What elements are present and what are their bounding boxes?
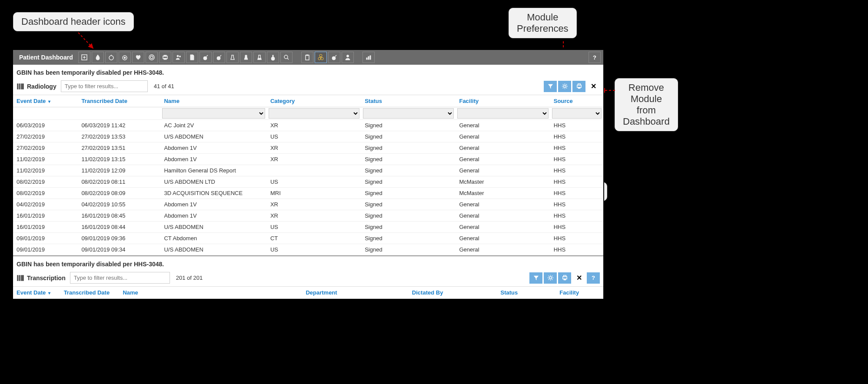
toolbar-magnify-icon[interactable] (280, 52, 293, 63)
cell-event: 04/02/2019 (13, 199, 78, 210)
table-row[interactable]: 11/02/201911/02/2019 12:09Hamilton Gener… (13, 165, 603, 176)
svg-rect-40 (17, 83, 18, 89)
cell-src: HHS (550, 142, 603, 154)
svg-point-36 (346, 55, 349, 57)
toolbar-flask1-icon[interactable] (226, 52, 239, 63)
tcol-event-date[interactable]: Event Date▾ (13, 287, 60, 299)
radiology-module: GBIN has been temporarily disabled per H… (13, 65, 603, 255)
toolbar-hospital-icon[interactable] (78, 52, 90, 63)
cell-trans: 11/02/2019 12:09 (78, 165, 160, 176)
filter-source-select[interactable] (552, 108, 602, 119)
cell-name: U/S ABDOMEN (160, 222, 266, 233)
table-row[interactable]: 08/02/201908/02/2019 08:11U/S ABDOMEN LT… (13, 176, 603, 188)
table-row[interactable]: 16/01/201916/01/2019 08:45Abdomen 1VXRSi… (13, 210, 603, 222)
cell-trans: 11/02/2019 13:15 (78, 154, 160, 165)
cell-fac: General (456, 131, 550, 142)
col-transcribed-date[interactable]: Transcribed Date (78, 95, 160, 107)
transcription-clear-filter-button[interactable] (529, 272, 542, 284)
col-facility[interactable]: Facility (456, 95, 550, 107)
toolbar-drop2-icon[interactable] (119, 52, 131, 63)
cell-name: CT Abdomen (160, 233, 266, 244)
toolbar-bomb1-icon[interactable] (200, 52, 212, 63)
tcol-name[interactable]: Name (119, 287, 302, 299)
toolbar-people-icon[interactable] (173, 52, 185, 63)
tcol-dictated-by[interactable]: Dictated By (409, 287, 497, 299)
toolbar-file-icon[interactable] (186, 52, 198, 63)
toolbar-flask2-icon[interactable] (240, 52, 252, 63)
table-row[interactable]: 06/03/201906/03/2019 11:42AC Joint 2VXRS… (13, 120, 603, 131)
toolbar-flame-icon[interactable] (92, 52, 104, 63)
svg-rect-48 (19, 275, 20, 281)
app-frame: Patient Dashboard ? (12, 49, 604, 300)
transcription-prefs-button[interactable] (544, 272, 557, 284)
toolbar-bomb3-icon[interactable] (328, 52, 340, 63)
svg-point-13 (150, 56, 153, 59)
cell-src: HHS (550, 131, 603, 142)
transcription-filter-input[interactable] (70, 272, 170, 284)
filter-category-select[interactable] (269, 108, 359, 119)
table-row[interactable]: 11/02/201911/02/2019 13:15Abdomen 1VXRSi… (13, 154, 603, 165)
toolbar-chart-icon[interactable] (362, 52, 375, 63)
cell-trans: 27/02/2019 13:53 (78, 131, 160, 142)
table-row[interactable]: 27/02/201927/02/2019 13:53U/S ABDOMENUSS… (13, 131, 603, 142)
transcription-print-button[interactable] (558, 272, 571, 284)
toolbar-heart-icon[interactable] (132, 52, 144, 63)
cell-fac: General (456, 165, 550, 176)
callout-header-icons: Dashboard header icons (13, 12, 134, 31)
toolbar-person-icon[interactable] (342, 52, 354, 63)
svg-point-9 (109, 56, 113, 60)
cell-cat: CT (267, 233, 361, 244)
col-category[interactable]: Category (267, 95, 361, 107)
cell-trans: 16/01/2019 08:45 (78, 210, 160, 222)
tcol-transcribed-date[interactable]: Transcribed Date (60, 287, 120, 299)
radiology-module-head: Radiology 41 of 41 ✕ (13, 79, 603, 95)
svg-point-18 (179, 56, 180, 57)
tcol-department[interactable]: Department (302, 287, 408, 299)
table-row[interactable]: 09/01/201909/01/2019 09:34U/S ABDOMENUSS… (13, 244, 603, 255)
callout-remove-module: Remove Module from Dashboard (615, 78, 678, 131)
cell-cat: XR (267, 120, 361, 131)
transcription-help-button[interactable]: ? (587, 272, 600, 284)
toolbar-print-icon[interactable] (159, 52, 171, 63)
filter-name-select[interactable] (162, 108, 265, 119)
filter-status-select[interactable] (363, 108, 454, 119)
toolbar-biohazard-icon[interactable] (315, 52, 327, 63)
toolbar-clipboard-icon[interactable] (301, 52, 313, 63)
table-row[interactable]: 08/02/201908/02/2019 08:093D ACQUISITION… (13, 188, 603, 199)
filter-facility-select[interactable] (457, 108, 548, 119)
tcol-facility[interactable]: Facility (556, 287, 603, 299)
col-event-date[interactable]: Event Date▾ (13, 95, 78, 107)
header-help-button[interactable]: ? (589, 52, 601, 63)
col-status[interactable]: Status (361, 95, 456, 107)
col-source[interactable]: Source (550, 95, 603, 107)
cell-trans: 16/01/2019 08:44 (78, 222, 160, 233)
col-name[interactable]: Name (160, 95, 266, 107)
toolbar-flask3-icon[interactable] (253, 52, 266, 63)
table-row[interactable]: 04/02/201904/02/2019 10:55Abdomen 1VXRSi… (13, 199, 603, 210)
cell-trans: 08/02/2019 08:11 (78, 176, 160, 188)
cell-name: U/S ABDOMEN (160, 131, 266, 142)
toolbar-drop1-icon[interactable] (105, 52, 117, 63)
toolbar-flask4-icon[interactable] (267, 52, 279, 63)
radiology-prefs-button[interactable] (558, 81, 571, 92)
toolbar-spiral-icon[interactable] (146, 52, 158, 63)
radiology-remove-button[interactable]: ✕ (587, 81, 600, 92)
svg-line-35 (335, 55, 336, 56)
table-row[interactable]: 09/01/201909/01/2019 09:36CT AbdomenCTSi… (13, 233, 603, 244)
table-row[interactable]: 27/02/201927/02/2019 13:51Abdomen 1VXRSi… (13, 142, 603, 154)
radiology-print-button[interactable] (572, 81, 585, 92)
svg-rect-41 (19, 83, 20, 89)
toolbar-bomb2-icon[interactable] (213, 52, 225, 63)
cell-event: 08/02/2019 (13, 176, 78, 188)
radiology-clear-filter-button[interactable] (544, 81, 557, 92)
tcol-status[interactable]: Status (497, 287, 556, 299)
radiology-module-icon (17, 83, 24, 90)
svg-point-26 (284, 55, 288, 59)
transcription-remove-button[interactable]: ✕ (572, 272, 585, 284)
transcription-module-head: Transcription 201 of 201 ✕ ? (13, 271, 603, 286)
cell-status: Signed (361, 142, 456, 154)
svg-line-0 (78, 33, 93, 49)
table-row[interactable]: 16/01/201916/01/2019 08:44U/S ABDOMENUSS… (13, 222, 603, 233)
radiology-filter-input[interactable] (61, 80, 148, 92)
svg-rect-47 (17, 275, 18, 281)
